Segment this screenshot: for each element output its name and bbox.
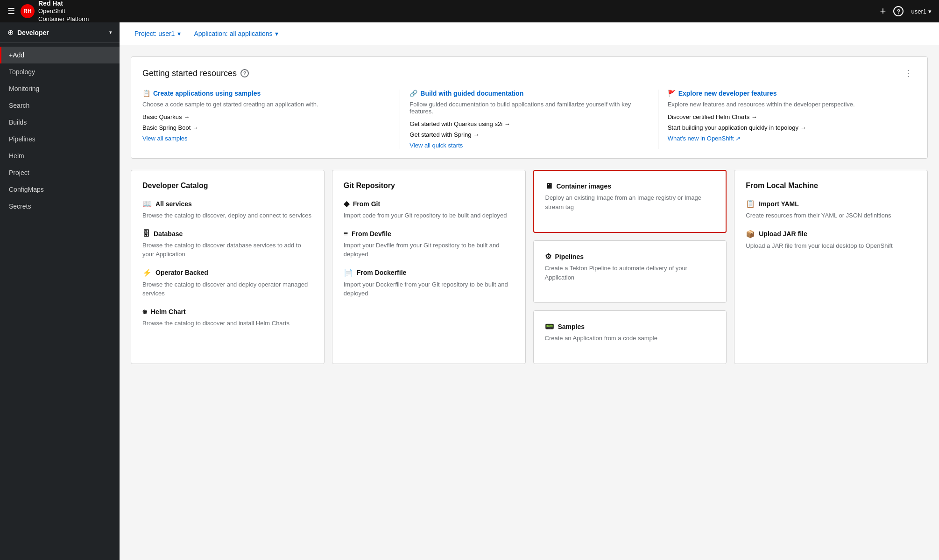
sidebar: ⊕ Developer ▾ +Add Topology Monitoring S…: [0, 22, 120, 560]
hamburger-menu-icon[interactable]: ☰: [7, 6, 15, 16]
gs-link-topology[interactable]: Start building your application quickly …: [668, 124, 916, 131]
sidebar-item-helm[interactable]: Helm: [0, 147, 120, 164]
card-item-all-services-title: 📖 All services: [142, 199, 313, 208]
gs-section-guided-docs-title[interactable]: 🔗 Build with guided documentation: [409, 90, 648, 97]
card-samples[interactable]: 📟 Samples Create an Application from a c…: [533, 310, 727, 364]
user-menu[interactable]: user1 ▾: [911, 8, 932, 15]
sidebar-item-configmaps-label: ConfigMaps: [9, 186, 44, 193]
app-body: ⊕ Developer ▾ +Add Topology Monitoring S…: [0, 22, 939, 560]
sidebar-item-builds[interactable]: Builds: [0, 114, 120, 131]
upload-jar-icon: 📦: [746, 230, 755, 238]
sidebar-item-helm-label: Helm: [9, 152, 24, 160]
gs-link-quarkus-s2i[interactable]: Get started with Quarkus using s2i →: [409, 120, 648, 127]
card-item-operator-backed[interactable]: ⚡ Operator Backed Browse the catalog to …: [142, 268, 313, 298]
sidebar-item-monitoring[interactable]: Monitoring: [0, 80, 120, 97]
sidebar-item-topology[interactable]: Topology: [0, 63, 120, 80]
gs-link-helm-charts[interactable]: Discover certified Helm Charts →: [668, 113, 916, 120]
application-selector[interactable]: Application: all applications ▾: [190, 28, 282, 39]
sidebar-item-search[interactable]: Search: [0, 97, 120, 114]
getting-started-info-icon[interactable]: ?: [240, 69, 249, 77]
card-item-import-yaml-title: 📋 Import YAML: [746, 199, 916, 208]
gs-link-basic-spring-boot[interactable]: Basic Spring Boot →: [142, 124, 390, 131]
card-item-container-images-title: 🖥 Container images: [545, 182, 715, 190]
devfile-icon: ≡: [344, 230, 348, 238]
add-icon[interactable]: +: [880, 5, 886, 17]
project-selector-label: Project: user1: [134, 30, 175, 37]
card-item-helm-chart[interactable]: ⎈ Helm Chart Browse the catalog to disco…: [142, 308, 313, 328]
card-item-samples-title: 📟 Samples: [545, 322, 715, 331]
brand-product: OpenShift: [38, 7, 89, 15]
brand-text: Red Hat OpenShift Container Platform: [38, 0, 89, 23]
container-images-column: 🖥 Container images Deploy an existing Im…: [533, 170, 727, 364]
card-item-operator-backed-title: ⚡ Operator Backed: [142, 268, 313, 277]
card-item-upload-jar-desc: Upload a JAR file from your local deskto…: [746, 241, 916, 251]
sidebar-item-add[interactable]: +Add: [0, 47, 120, 63]
card-item-from-git[interactable]: ◆ From Git Import code from your Git rep…: [344, 199, 514, 220]
sidebar-item-topology-label: Topology: [9, 68, 35, 76]
sidebar-item-secrets[interactable]: Secrets: [0, 198, 120, 215]
sub-header: Project: user1 ▾ Application: all applic…: [120, 22, 939, 45]
card-item-import-yaml[interactable]: 📋 Import YAML Create resources from thei…: [746, 199, 916, 220]
sidebar-item-project[interactable]: Project: [0, 164, 120, 181]
card-item-pipelines[interactable]: ⚙ Pipelines Create a Tekton Pipeline to …: [545, 252, 715, 282]
gs-view-all-quickstarts[interactable]: View all quick starts: [409, 142, 648, 149]
card-from-local-machine: From Local Machine 📋 Import YAML Create …: [734, 170, 928, 364]
card-item-helm-chart-desc: Browse the catalog to discover and insta…: [142, 319, 313, 328]
gs-create-apps-icon: 📋: [142, 90, 150, 97]
card-item-container-images-desc: Deploy an existing Image from an Image r…: [545, 193, 715, 211]
sidebar-item-configmaps[interactable]: ConfigMaps: [0, 181, 120, 198]
card-item-helm-chart-title: ⎈ Helm Chart: [142, 308, 313, 316]
sidebar-item-monitoring-label: Monitoring: [9, 85, 39, 92]
gs-section-new-features: 🚩 Explore new developer features Explore…: [658, 90, 916, 149]
all-services-icon: 📖: [142, 199, 152, 208]
card-item-from-dockerfile[interactable]: 📄 From Dockerfile Import your Dockerfile…: [344, 268, 514, 298]
gs-section-create-apps: 📋 Create applications using samples Choo…: [142, 90, 400, 149]
card-item-database-desc: Browse the catalog to discover database …: [142, 241, 313, 259]
card-item-container-images[interactable]: 🖥 Container images Deploy an existing Im…: [545, 182, 715, 211]
gs-guided-docs-icon: 🔗: [409, 90, 417, 97]
card-item-database[interactable]: 🗄 Database Browse the catalog to discove…: [142, 230, 313, 259]
getting-started-menu-icon[interactable]: ⋮: [900, 66, 916, 80]
gs-new-features-icon: 🚩: [668, 90, 676, 97]
sidebar-item-search-label: Search: [9, 102, 29, 109]
import-yaml-icon: 📋: [746, 199, 755, 208]
samples-icon: 📟: [545, 322, 554, 331]
card-item-pipelines-title: ⚙ Pipelines: [545, 252, 715, 261]
project-selector[interactable]: Project: user1 ▾: [131, 28, 184, 39]
perspective-switcher[interactable]: ⊕ Developer ▾: [0, 22, 120, 43]
sidebar-item-pipelines[interactable]: Pipelines: [0, 131, 120, 147]
sidebar-item-add-label: +Add: [9, 51, 24, 59]
application-chevron-icon: ▾: [275, 30, 278, 37]
pipelines-icon: ⚙: [545, 252, 551, 261]
getting-started-header: Getting started resources ? ⋮: [142, 66, 916, 80]
card-item-database-title: 🗄 Database: [142, 230, 313, 238]
getting-started-title-text: Getting started resources: [142, 69, 237, 78]
gs-view-all-samples[interactable]: View all samples: [142, 135, 390, 142]
cards-grid: Developer Catalog 📖 All services Browse …: [131, 170, 928, 364]
gs-section-new-features-title[interactable]: 🚩 Explore new developer features: [668, 90, 916, 97]
help-icon[interactable]: ?: [893, 6, 904, 16]
brand-name: Red Hat: [38, 0, 89, 7]
card-item-pipelines-desc: Create a Tekton Pipeline to automate del…: [545, 264, 715, 282]
from-git-icon: ◆: [344, 199, 349, 208]
card-item-all-services-desc: Browse the catalog to discover, deploy a…: [142, 211, 313, 220]
sidebar-item-pipelines-label: Pipelines: [9, 135, 35, 143]
sidebar-nav: +Add Topology Monitoring Search Builds P…: [0, 43, 120, 218]
getting-started-title: Getting started resources ?: [142, 69, 249, 78]
card-item-upload-jar[interactable]: 📦 Upload JAR file Upload a JAR file from…: [746, 230, 916, 251]
card-item-samples[interactable]: 📟 Samples Create an Application from a c…: [545, 322, 715, 343]
gs-link-basic-quarkus[interactable]: Basic Quarkus →: [142, 113, 390, 120]
card-container-images[interactable]: 🖥 Container images Deploy an existing Im…: [533, 170, 727, 233]
gs-new-features-desc: Explore new features and resources withi…: [668, 101, 916, 108]
card-pipelines[interactable]: ⚙ Pipelines Create a Tekton Pipeline to …: [533, 240, 727, 303]
gs-link-spring[interactable]: Get started with Spring →: [409, 131, 648, 138]
gs-section-guided-docs: 🔗 Build with guided documentation Follow…: [400, 90, 658, 149]
card-item-operator-backed-desc: Browse the catalog to discover and deplo…: [142, 280, 313, 298]
card-item-from-devfile[interactable]: ≡ From Devfile Import your Devfile from …: [344, 230, 514, 259]
card-item-samples-desc: Create an Application from a code sample: [545, 334, 715, 343]
card-item-import-yaml-desc: Create resources from their YAML or JSON…: [746, 211, 916, 220]
container-images-icon: 🖥: [545, 182, 553, 190]
card-item-all-services[interactable]: 📖 All services Browse the catalog to dis…: [142, 199, 313, 220]
gs-view-all-new-features[interactable]: What's new in OpenShift ↗: [668, 135, 916, 142]
gs-section-create-apps-title[interactable]: 📋 Create applications using samples: [142, 90, 390, 97]
